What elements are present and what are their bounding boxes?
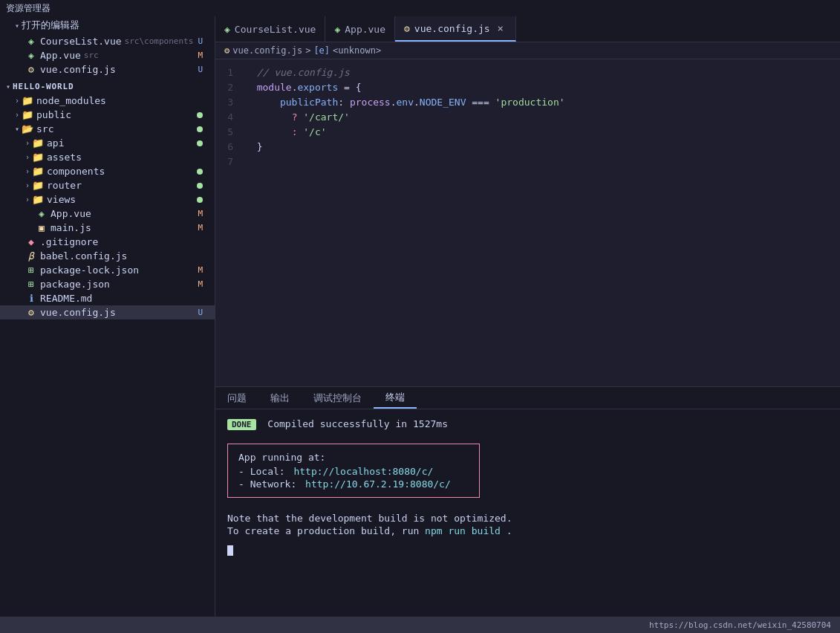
pkg-icon: ⊞	[25, 279, 37, 290]
tab-appvue[interactable]: ◈ App.vue	[325, 16, 395, 42]
tree-babelconfig[interactable]: β babel.config.js	[0, 249, 215, 263]
local-url[interactable]: http://localhost:8080/c/	[293, 466, 433, 477]
tree-src[interactable]: ▾ 📂 src	[0, 122, 215, 136]
open-file-name: CourseList.vue	[40, 36, 122, 47]
tab-label: 输出	[270, 392, 290, 405]
tree-item-label: router	[47, 180, 82, 191]
code-line-1: 1 // vue.config.js	[215, 65, 840, 80]
open-file-name: vue.config.js	[40, 64, 116, 75]
tree-router[interactable]: › 📁 router	[0, 178, 215, 192]
tree-pkglock[interactable]: ⊞ package-lock.json M	[0, 263, 215, 277]
chevron-right-icon: ›	[25, 195, 30, 204]
config-icon: ⚙	[25, 64, 37, 75]
gitignore-icon: ◆	[25, 236, 37, 247]
js-file-icon: ⚙	[404, 23, 410, 34]
line-number: 7	[215, 155, 245, 169]
terminal-tab-output[interactable]: 输出	[258, 387, 302, 409]
badge-u: U	[198, 308, 209, 317]
dot-indicator	[197, 140, 203, 146]
breadcrumb-icon2: [e]	[313, 45, 330, 56]
tab-label: 问题	[227, 392, 247, 405]
chevron-down-icon: ▾	[15, 22, 19, 30]
tree-api[interactable]: › 📁 api	[0, 136, 215, 150]
line-content: : '/c'	[245, 125, 840, 140]
vue-icon: ◈	[25, 50, 37, 61]
vue-file-icon: ◈	[224, 24, 230, 35]
tree-appvue[interactable]: ◈ App.vue M	[0, 207, 215, 221]
tab-bar: ◈ CourseList.vue ◈ App.vue ⚙ vue.config.…	[215, 16, 840, 42]
tree-item-label: App.vue	[51, 208, 91, 219]
note-line1: Note that the development build is not o…	[227, 513, 828, 524]
app-running-line1: App running at:	[238, 452, 469, 463]
vue-icon: ◈	[36, 208, 48, 219]
code-line-6: 6 }	[215, 140, 840, 155]
compile-status-line: DONE Compiled successfully in 1527ms	[227, 418, 828, 430]
line-number: 6	[215, 140, 245, 155]
tree-item-label: components	[47, 166, 105, 177]
dot-indicator	[197, 169, 203, 175]
code-editor[interactable]: 1 // vue.config.js 2 module.exports = { …	[215, 59, 840, 386]
vue-icon: ◈	[25, 36, 37, 47]
tree-item-label: src	[36, 123, 53, 134]
tree-components[interactable]: › 📁 components	[0, 164, 215, 178]
tree-mainjs[interactable]: ▣ main.js M	[0, 221, 215, 235]
tree-assets[interactable]: › 📁 assets	[0, 150, 215, 164]
folder-icon: 📁	[32, 194, 44, 205]
tree-item-label: package-lock.json	[40, 264, 139, 276]
terminal-panel: 问题 输出 调试控制台 终端 DONE Compiled successfull…	[215, 386, 840, 617]
tree-gitignore[interactable]: ◆ .gitignore	[0, 235, 215, 249]
pkglock-icon: ⊞	[25, 264, 37, 276]
terminal-tab-debug[interactable]: 调试控制台	[302, 387, 374, 409]
open-file-vueconfig[interactable]: ⚙ vue.config.js U	[0, 62, 215, 77]
open-editors-header[interactable]: ▾ 打开的编辑器	[0, 16, 215, 34]
open-file-appvue[interactable]: ◈ App.vue src M	[0, 48, 215, 62]
tab-label: CourseList.vue	[235, 24, 316, 35]
npm-run-build[interactable]: npm run build	[425, 525, 501, 536]
tree-item-label: api	[47, 137, 64, 149]
babel-icon: β	[25, 250, 37, 262]
tab-close-button[interactable]: ×	[495, 22, 507, 34]
note-line2: To create a production build, run npm ru…	[227, 525, 828, 536]
tab-vueconfig[interactable]: ⚙ vue.config.js ×	[395, 16, 516, 42]
note-suffix: .	[507, 525, 512, 536]
app-network-line: - Network: http://10.67.2.19:8080/c/	[238, 478, 469, 490]
tree-public[interactable]: › 📁 public	[0, 108, 215, 122]
vue-file-icon: ◈	[334, 24, 340, 35]
tab-label: 调试控制台	[313, 392, 362, 405]
readme-icon: ℹ	[25, 293, 37, 304]
terminal-tab-problems[interactable]: 问题	[215, 387, 258, 409]
terminal-content[interactable]: DONE Compiled successfully in 1527ms App…	[215, 409, 840, 617]
folder-open-icon: 📂	[22, 123, 33, 134]
terminal-tab-terminal[interactable]: 终端	[374, 387, 417, 409]
tree-item-label: node_modules	[36, 95, 106, 106]
network-url[interactable]: http://10.67.2.19:8080/c/	[305, 478, 451, 490]
badge-m: M	[198, 265, 209, 275]
app-local-line: - Local: http://localhost:8080/c/	[238, 466, 469, 477]
chevron-down-icon: ▾	[6, 82, 10, 91]
folder-icon: 📁	[22, 95, 33, 106]
tree-pkg[interactable]: ⊞ package.json M	[0, 277, 215, 291]
badge-m: M	[198, 223, 209, 233]
tree-item-label: package.json	[40, 279, 110, 290]
project-name: HELLO-WORLD	[13, 82, 74, 91]
code-line-4: 4 ? '/cart/'	[215, 110, 840, 125]
tree-readme[interactable]: ℹ README.md	[0, 291, 215, 305]
tree-views[interactable]: › 📁 views	[0, 192, 215, 207]
folder-icon: 📁	[32, 180, 44, 191]
tab-courselistvue[interactable]: ◈ CourseList.vue	[215, 16, 325, 42]
tree-vueconfig[interactable]: ⚙ vue.config.js U	[0, 305, 215, 319]
tab-label: vue.config.js	[414, 23, 490, 34]
breadcrumb-sep: >	[305, 45, 310, 56]
tree-node-modules[interactable]: › 📁 node_modules	[0, 94, 215, 108]
status-bar: https://blog.csdn.net/weixin_42580704	[0, 617, 840, 633]
chevron-right-icon: ›	[25, 153, 30, 161]
line-content: ? '/cart/'	[245, 110, 840, 125]
project-header[interactable]: ▾ HELLO-WORLD	[0, 79, 215, 94]
config-icon: ⚙	[25, 307, 37, 318]
open-file-courselistvue[interactable]: ◈ CourseList.vue src\components U	[0, 34, 215, 48]
network-label: - Network:	[238, 478, 296, 490]
code-line-7: 7	[215, 155, 840, 169]
tree-item-label: views	[47, 194, 76, 205]
tree-item-label: babel.config.js	[40, 250, 127, 262]
open-file-name: App.vue	[40, 50, 81, 61]
